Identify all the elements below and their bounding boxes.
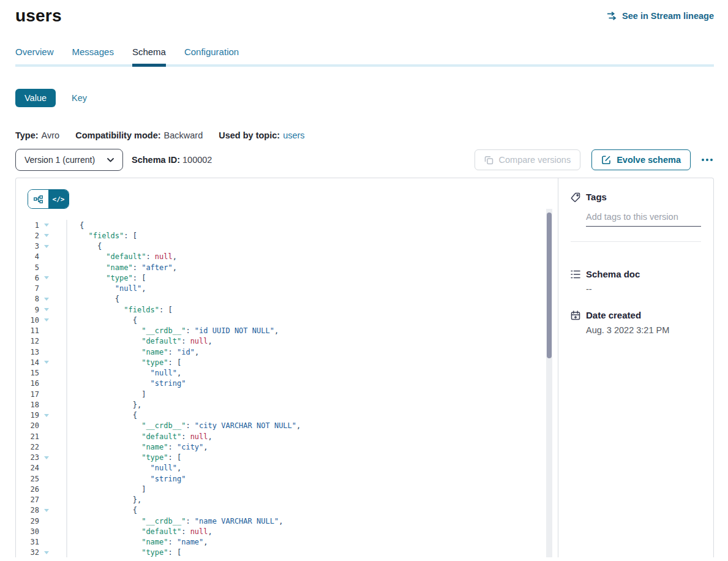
tab-underline-track [15, 64, 714, 67]
compatibility-value: Backward [164, 130, 203, 140]
line-number: 29 [16, 517, 39, 525]
line-number: 11 [16, 326, 39, 335]
line-number: 22 [16, 443, 39, 451]
code-line: 5 "name": "after", [16, 262, 558, 273]
stream-lineage-icon [607, 12, 617, 20]
code-text: "null", [67, 284, 146, 293]
see-in-stream-lineage-link[interactable]: See in Stream lineage [607, 11, 714, 21]
code-text: ] [67, 485, 146, 494]
schema-meta-row: Type:Avro Compatibility mode:Backward Us… [15, 130, 714, 140]
value-segment-button[interactable]: Value [15, 89, 56, 107]
schema-doc-value: -- [586, 284, 701, 294]
fold-caret-icon[interactable] [44, 298, 49, 301]
code-text: "default": null, [67, 252, 177, 261]
chevron-down-icon [107, 158, 114, 162]
code-line: 27 }, [16, 495, 558, 505]
code-text: "name": "after", [67, 263, 177, 272]
used-by-topic-field: Used by topic:users [219, 130, 304, 140]
line-number: 17 [16, 390, 39, 399]
code-line: 24 "null", [16, 463, 558, 473]
type-field: Type:Avro [15, 130, 59, 140]
compare-versions-button[interactable]: Compare versions [475, 149, 581, 170]
code-line: 2 "fields": [ [16, 230, 558, 241]
code-text: "fields": [ [67, 232, 137, 240]
code-text: { [67, 242, 102, 250]
stream-lineage-label: See in Stream lineage [622, 11, 714, 21]
tab-schema[interactable]: Schema [132, 47, 166, 67]
code-text: "default": null, [67, 432, 212, 441]
sidebar-divider [571, 241, 701, 242]
tree-view-icon [34, 195, 43, 203]
line-number: 3 [16, 242, 39, 250]
code-line: 28 { [16, 505, 558, 516]
tags-section: Tags [571, 192, 701, 242]
code-line: 10 { [16, 315, 558, 325]
code-text: "default": null, [67, 527, 212, 536]
line-number: 6 [16, 274, 39, 282]
code-text: { [67, 316, 137, 325]
fold-caret-icon[interactable] [44, 308, 49, 311]
code-text: "type": [ [67, 274, 146, 282]
fold-caret-icon[interactable] [44, 318, 49, 322]
topic-link[interactable]: users [283, 130, 304, 140]
code-text: "type": [ [67, 453, 181, 462]
code-line: 18 }, [16, 399, 558, 410]
code-line: 16 "string" [16, 378, 558, 389]
code-text: "name": "id", [67, 348, 199, 356]
schema-code-editor[interactable]: 1{2 "fields": [3 {4 "default": null,5 "n… [16, 220, 558, 557]
line-number: 26 [16, 485, 39, 494]
code-text: { [67, 295, 119, 303]
line-number: 31 [16, 538, 39, 546]
compatibility-field: Compatibility mode:Backward [75, 130, 203, 140]
line-number: 14 [16, 358, 39, 367]
code-line: 21 "default": null, [16, 431, 558, 442]
line-number: 19 [16, 411, 39, 420]
editor-scrollbar-thumb[interactable] [547, 213, 552, 358]
code-line: 8 { [16, 294, 558, 304]
line-number: 15 [16, 369, 39, 377]
fold-caret-icon[interactable] [44, 224, 49, 227]
line-number: 20 [16, 421, 39, 430]
code-line: 11 "__crdb__": "id UUID NOT NULL", [16, 326, 558, 336]
tree-view-toggle-button[interactable] [28, 190, 48, 208]
version-select[interactable]: Version 1 (current) [15, 149, 123, 171]
fold-caret-icon[interactable] [44, 361, 49, 364]
value-key-segment: Value Key [15, 89, 714, 107]
fold-caret-icon[interactable] [44, 551, 49, 554]
code-text: { [67, 221, 84, 230]
fold-caret-icon[interactable] [44, 245, 49, 248]
code-text: }, [67, 495, 141, 504]
line-number: 30 [16, 527, 39, 536]
line-number: 12 [16, 337, 39, 345]
more-options-button[interactable] [700, 155, 714, 165]
view-toggle: </> [28, 189, 69, 209]
code-line: 13 "name": "id", [16, 347, 558, 357]
code-line: 6 "type": [ [16, 273, 558, 283]
schema-page: users See in Stream lineage Overview Mes… [0, 0, 728, 561]
fold-caret-icon[interactable] [44, 509, 49, 512]
code-text: "__crdb__": "id UUID NOT NULL", [67, 326, 279, 335]
code-view-icon: </> [53, 195, 65, 203]
code-text: "name": "name", [67, 538, 208, 546]
fold-caret-icon[interactable] [44, 456, 49, 459]
code-line: 31 "name": "name", [16, 537, 558, 548]
line-number: 18 [16, 401, 39, 409]
date-created-section: Date created Aug. 3 2022 3:21 PM [571, 310, 701, 335]
code-line: 9 "fields": [ [16, 304, 558, 315]
code-line: 17 ] [16, 389, 558, 399]
code-text: "__crdb__": "name VARCHAR NULL", [67, 517, 283, 525]
fold-caret-icon[interactable] [44, 414, 49, 417]
code-line: 22 "name": "city", [16, 442, 558, 452]
tag-icon [571, 192, 580, 202]
evolve-schema-button[interactable]: Evolve schema [591, 149, 691, 170]
fold-caret-icon[interactable] [44, 276, 49, 279]
editor-scrollbar-track[interactable] [546, 209, 552, 557]
fold-caret-icon[interactable] [44, 234, 49, 237]
code-line: 15 "null", [16, 368, 558, 378]
code-line: 12 "default": null, [16, 336, 558, 347]
key-segment-button[interactable]: Key [72, 93, 87, 103]
code-view-toggle-button[interactable]: </> [48, 190, 69, 208]
version-select-value: Version 1 (current) [24, 155, 95, 165]
schema-doc-section: Schema doc -- [571, 269, 701, 294]
add-tags-input[interactable] [586, 209, 701, 227]
